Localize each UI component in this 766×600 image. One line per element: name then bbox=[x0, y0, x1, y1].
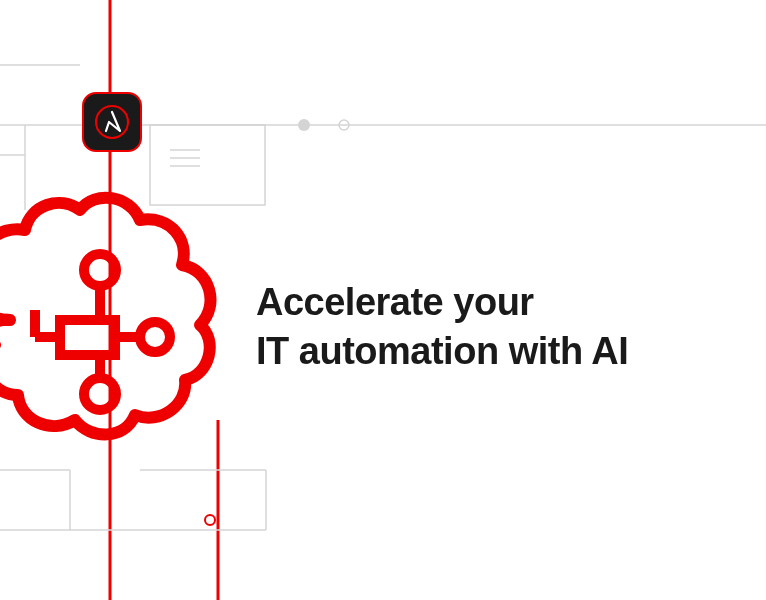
headline-line-2: IT automation with AI bbox=[256, 330, 628, 372]
brain-ai-icon bbox=[0, 180, 240, 460]
svg-point-18 bbox=[96, 106, 128, 138]
svg-rect-21 bbox=[60, 320, 115, 355]
svg-point-25 bbox=[84, 378, 116, 410]
svg-point-23 bbox=[140, 322, 170, 352]
headline-line-1: Accelerate your bbox=[256, 281, 534, 323]
svg-point-17 bbox=[205, 515, 215, 525]
ansible-icon bbox=[82, 92, 142, 152]
svg-point-2 bbox=[339, 120, 349, 130]
svg-point-19 bbox=[84, 254, 116, 286]
svg-point-1 bbox=[298, 119, 310, 131]
page-headline: Accelerate your IT automation with AI bbox=[256, 278, 628, 377]
